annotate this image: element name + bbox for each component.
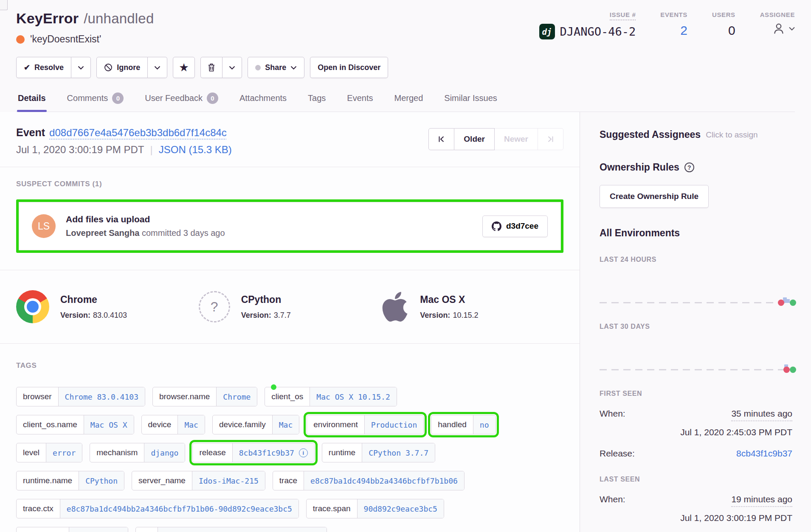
delete-dropdown-button[interactable] (222, 57, 242, 78)
tab-comments[interactable]: Comments0 (66, 91, 125, 112)
tag-pill-environment: environmentProduction (307, 415, 424, 434)
assignee-label: ASSIGNEE (760, 11, 795, 18)
tag-pill-release: release8cb43f1c9b37i (192, 443, 314, 462)
tag-key: level (17, 443, 46, 462)
mute-icon (104, 63, 113, 72)
older-event-button[interactable]: Older (454, 128, 495, 150)
resolve-button[interactable]: ✔ Resolve (16, 57, 71, 78)
tag-key: mechanism (90, 443, 144, 462)
stat-issue-number: ISSUE # dj DJANGO-46-2 (539, 11, 636, 39)
sparkline-baseline (600, 302, 790, 303)
tag-value[interactable]: Chrome (217, 387, 257, 406)
tag-value[interactable]: /unhandled (69, 527, 128, 532)
tag-value[interactable]: Mac OS X (84, 415, 134, 434)
chrome-icon (16, 290, 49, 323)
tag-value[interactable]: no (473, 415, 496, 434)
events-count[interactable]: 2 (680, 23, 687, 38)
tag-value[interactable]: 8cb43f1c9b37 (239, 448, 294, 457)
issue-title-block: KeyError/unhandled 'keyDoesntExist' (16, 10, 154, 45)
tag-key: device (142, 415, 178, 434)
trash-icon (207, 63, 216, 72)
divider: | (150, 144, 153, 156)
event-details-panel: Eventd08d7667e4a5476eb3b3db6d7f14c84c Ju… (0, 112, 580, 532)
info-icon[interactable]: i (299, 448, 308, 457)
issue-message: 'keyDoesntExist' (30, 34, 101, 45)
context-runtime: ? CPython Version:3.7.7 (199, 290, 381, 324)
last-seen-marker (790, 300, 796, 306)
users-count[interactable]: 0 (728, 23, 735, 38)
skip-to-last-icon (547, 136, 554, 143)
tag-value[interactable]: Production (365, 415, 423, 434)
tab-merged[interactable]: Merged (394, 91, 424, 112)
create-ownership-rule-button[interactable]: Create Ownership Rule (600, 185, 709, 208)
first-seen-release-link[interactable]: 8cb43f1c9b37 (736, 448, 792, 459)
tab-details[interactable]: Details (17, 91, 47, 112)
event-id-link[interactable]: d08d7667e4a5476eb3b3db6d7f14c84c (49, 127, 227, 138)
commit-sha-button[interactable]: d3d7cee (482, 216, 548, 237)
tag-pill-client-os-name: client_os.nameMac OS X (16, 415, 134, 434)
tag-value[interactable]: CPython 3.7.7 (362, 443, 435, 462)
release-label: Release: (600, 448, 635, 459)
tag-value[interactable]: Idos-iMac-215 (192, 471, 265, 490)
share-indicator-icon (255, 65, 261, 70)
ignore-button[interactable]: Ignore (96, 57, 148, 78)
action-bar: ✔ Resolve Ignore ★ (16, 57, 795, 78)
tag-key: device.family (213, 415, 273, 434)
tag-key: transaction (17, 527, 69, 532)
event-timestamp: Jul 1, 2020 3:00:19 PM PDT (16, 144, 144, 156)
tag-key: environment (307, 415, 365, 434)
tag-value[interactable]: Mac (273, 415, 299, 434)
delete-button[interactable] (200, 57, 222, 78)
bookmark-button[interactable]: ★ (173, 57, 195, 78)
tag-pill-level: levelerror (16, 443, 82, 462)
last-24-hours-label: LAST 24 HOURS (600, 256, 792, 263)
open-in-discover-button[interactable]: Open in Discover (310, 57, 388, 78)
error-level-dot (16, 35, 25, 44)
click-to-assign-hint: Click to assign (706, 130, 758, 140)
tab-similar-issues[interactable]: Similar Issues (443, 91, 498, 112)
last-seen-relative-time[interactable]: 19 minutes ago (731, 494, 792, 507)
commit-author: Lovepreet Sangha (66, 228, 139, 238)
tab-attachments[interactable]: Attachments (239, 91, 287, 112)
tag-value[interactable]: error (46, 443, 82, 462)
unknown-runtime-icon: ? (199, 291, 230, 322)
event-label: Event (16, 126, 45, 138)
newest-event-button[interactable] (538, 128, 563, 150)
newer-event-button[interactable]: Newer (495, 128, 538, 150)
resolve-dropdown-button[interactable] (71, 57, 91, 78)
tag-value[interactable]: 90d892c9eace3bc5 (358, 499, 444, 518)
tag-value[interactable]: Mac OS X 10.15.2 (310, 387, 396, 406)
tab-user-feedback[interactable]: User Feedback0 (144, 91, 219, 112)
assignee-dropdown[interactable] (772, 22, 795, 35)
stat-assignee: ASSIGNEE (760, 11, 795, 39)
tag-key: handled (431, 415, 473, 434)
tag-key: url (136, 527, 158, 532)
issue-header: KeyError/unhandled 'keyDoesntExist' ISSU… (0, 0, 811, 112)
tag-pill-mechanism: mechanismdjango (90, 443, 185, 462)
tag-value[interactable]: Mac (178, 415, 205, 434)
event-contexts-section: Chrome Version:83.0.4103 ? CPython Versi… (0, 270, 580, 344)
oldest-event-button[interactable] (428, 128, 454, 150)
last-seen-marker (790, 367, 796, 373)
project-icon: dj (539, 24, 555, 39)
tag-pill-trace-ctx: trace.ctxe8c87ba1dc494bb2a4346bcfbf7b1b0… (16, 499, 299, 518)
tag-value[interactable]: CPython (79, 471, 124, 490)
ownership-rules-heading: Ownership Rules ? (600, 162, 792, 173)
tag-value[interactable]: Chrome 83.0.4103 (59, 387, 145, 406)
tab-tags[interactable]: Tags (307, 91, 327, 112)
context-version: 10.15.2 (453, 311, 478, 319)
issue-short-id: DJANGO-46-2 (560, 25, 636, 38)
raw-json-link[interactable]: JSON (15.3 KB) (159, 144, 232, 156)
tag-value[interactable]: django (144, 443, 185, 462)
tag-value[interactable]: e8c87ba1dc494bb2a4346bcfbf7b1b06-90d892c… (60, 499, 298, 518)
first-seen-label: FIRST SEEN (600, 390, 792, 398)
help-icon[interactable]: ? (684, 162, 694, 172)
ignore-dropdown-button[interactable] (148, 57, 167, 78)
tab-events[interactable]: Events (346, 91, 374, 112)
chevron-down-icon (78, 66, 84, 70)
first-seen-relative-time[interactable]: 35 minutes ago (731, 409, 792, 421)
share-button[interactable]: Share (248, 57, 304, 78)
all-environments-heading: All Environments (600, 227, 792, 239)
tag-value[interactable]: e8c87ba1dc494bb2a4346bcfbf7b1b06 (304, 471, 464, 490)
tag-pill-handled: handledno (431, 415, 496, 434)
